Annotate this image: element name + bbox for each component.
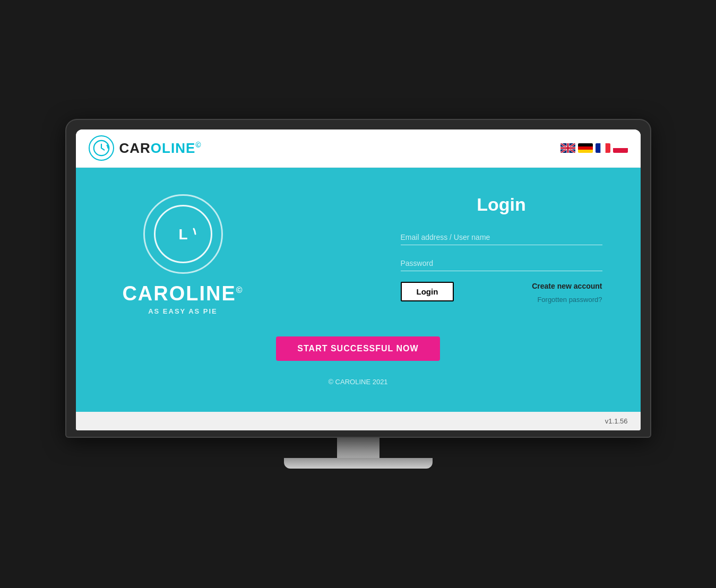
svg-rect-8 bbox=[613, 143, 628, 148]
big-logo-car: CAR bbox=[122, 282, 169, 305]
nav-logo-text: CAROLINE© bbox=[119, 140, 202, 157]
footer-bar: v1.1.56 bbox=[76, 412, 641, 430]
forgotten-password-link[interactable]: Forgotten password? bbox=[537, 296, 602, 304]
copyright-text: © CAROLINE 2021 bbox=[328, 378, 387, 386]
flag-fr[interactable] bbox=[596, 143, 610, 153]
big-logo-text: CAROLINE© bbox=[122, 282, 243, 305]
content-row: L CAROLINE© AS EASY AS PIE bbox=[114, 189, 602, 315]
big-logo-copyright: © bbox=[236, 286, 244, 295]
monitor-wrapper: CAROLINE© bbox=[66, 120, 650, 469]
svg-rect-6 bbox=[596, 143, 600, 153]
svg-rect-3 bbox=[578, 146, 593, 150]
svg-rect-7 bbox=[605, 143, 610, 153]
screen: CAROLINE© bbox=[76, 129, 641, 430]
clock-icon bbox=[93, 140, 110, 157]
flag-uk[interactable] bbox=[560, 143, 575, 153]
top-nav: CAROLINE© bbox=[76, 129, 641, 168]
svg-rect-9 bbox=[613, 148, 628, 153]
svg-text:L: L bbox=[178, 226, 187, 243]
monitor-bezel: CAROLINE© bbox=[76, 129, 641, 430]
flag-pl[interactable] bbox=[613, 143, 628, 153]
cta-button[interactable]: START SUCCESSFUL NOW bbox=[276, 336, 439, 361]
logo-car: CAR bbox=[119, 140, 151, 156]
login-title: Login bbox=[401, 194, 602, 215]
password-form-group bbox=[401, 256, 602, 271]
right-links: Create new account Forgotten password? bbox=[532, 282, 602, 304]
main-content: L CAROLINE© AS EASY AS PIE bbox=[76, 168, 641, 412]
flag-de[interactable] bbox=[578, 143, 593, 153]
logo-copyright: © bbox=[195, 141, 201, 149]
monitor-screen: CAROLINE© bbox=[66, 120, 650, 437]
login-button[interactable]: Login bbox=[401, 282, 454, 301]
language-flags[interactable] bbox=[560, 143, 628, 153]
monitor-neck bbox=[337, 437, 379, 458]
create-account-link[interactable]: Create new account bbox=[532, 282, 602, 290]
big-logo-circle: L bbox=[143, 194, 223, 274]
logo-icon bbox=[89, 135, 114, 161]
svg-rect-4 bbox=[578, 150, 593, 153]
email-form-group bbox=[401, 230, 602, 245]
form-actions: Login Create new account Forgotten passw… bbox=[401, 282, 602, 304]
logo-area: CAROLINE© bbox=[89, 135, 202, 161]
cta-section: START SUCCESSFUL NOW bbox=[276, 336, 439, 361]
big-logo-oline: OLINE bbox=[169, 282, 236, 305]
password-input[interactable] bbox=[401, 256, 602, 271]
svg-rect-2 bbox=[578, 143, 593, 146]
logo-oline: OLINE bbox=[151, 140, 195, 156]
version-text: v1.1.56 bbox=[605, 417, 628, 425]
email-input[interactable] bbox=[401, 230, 602, 245]
big-logo-inner: L bbox=[154, 205, 212, 263]
right-panel: Login Login Create new account bbox=[401, 189, 602, 304]
tagline: AS EASY AS PIE bbox=[148, 307, 218, 315]
left-panel: L CAROLINE© AS EASY AS PIE bbox=[114, 189, 252, 315]
monitor-base bbox=[284, 458, 433, 469]
big-clock-icon: L bbox=[165, 215, 202, 253]
